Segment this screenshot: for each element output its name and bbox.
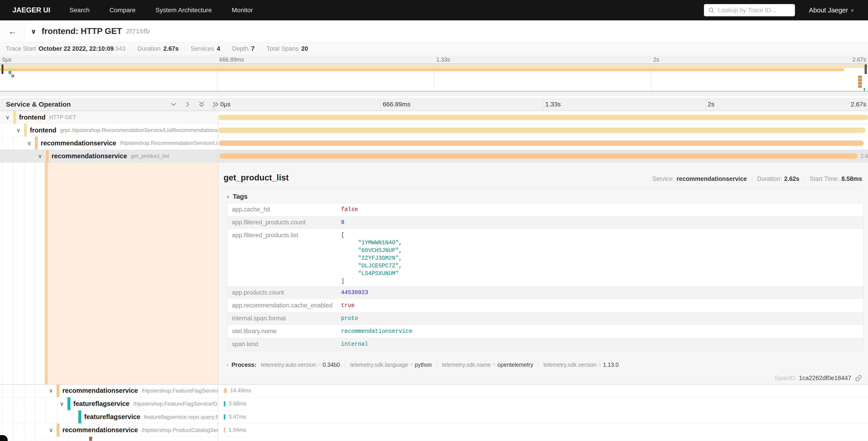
tag-value: false bbox=[341, 203, 358, 216]
expand-one-icon[interactable] bbox=[183, 100, 192, 109]
span-duration-bar[interactable] bbox=[224, 414, 225, 419]
tag-key: app.products.count bbox=[227, 286, 341, 299]
expand-chevron-icon[interactable]: ∨ bbox=[38, 150, 42, 162]
collapse-all-icon[interactable] bbox=[197, 100, 206, 109]
tag-key: internal.span.format bbox=[227, 312, 341, 325]
span-color-accent bbox=[13, 111, 16, 124]
span-id-row: SpanID: 1ca2262df0e18447 bbox=[775, 375, 862, 382]
span-name[interactable]: recommendationservice/hipstershop.Produc… bbox=[62, 423, 218, 437]
indent-guide bbox=[57, 437, 57, 441]
back-button[interactable]: ← bbox=[0, 20, 25, 42]
span-row-tree bbox=[0, 437, 218, 441]
trace-id-search-input[interactable] bbox=[717, 6, 791, 14]
equals-sign: = bbox=[318, 362, 321, 368]
indent-guide bbox=[35, 410, 35, 423]
span-duration-bar[interactable] bbox=[224, 428, 225, 433]
nav-item-compare[interactable]: Compare bbox=[110, 6, 135, 14]
list-bracket: [ bbox=[341, 231, 402, 239]
span-row[interactable]: ∨recommendationservice/hipstershop.Produ… bbox=[0, 423, 868, 437]
collapse-trace-chevron-icon[interactable]: ∨ bbox=[31, 20, 36, 42]
span-service-name: recommendationservice bbox=[62, 387, 138, 394]
span-row[interactable]: ∨recommendationserviceget_product_list2.… bbox=[0, 150, 868, 163]
expand-chevron-icon[interactable]: ∨ bbox=[16, 124, 20, 137]
span-duration-bar[interactable] bbox=[218, 115, 868, 120]
copy-link-icon[interactable] bbox=[855, 375, 862, 382]
service-operation-header: Service & Operation bbox=[6, 98, 71, 111]
span-row[interactable]: ∨frontendHTTP GET bbox=[0, 111, 868, 124]
tag-value: ["1YMWWN1N4O","66VCHSJNUP","2ZYFJ3GM2N",… bbox=[341, 229, 402, 286]
nav-item-search[interactable]: Search bbox=[69, 6, 90, 14]
span-name[interactable]: frontendgrpc.hipstershop.RecommendationS… bbox=[30, 124, 218, 137]
span-row[interactable]: ∨recommendationservice/hipstershop.Featu… bbox=[0, 384, 868, 397]
span-duration-bar[interactable] bbox=[220, 153, 857, 159]
span-detail-meta: Service:recommendationserviceDuration:2.… bbox=[652, 175, 862, 182]
tag-row[interactable]: app.recommendation.cache_enabledtrue bbox=[227, 299, 863, 312]
nav-item-system-architecture[interactable]: System Architecture bbox=[155, 6, 212, 14]
time-tick: 2.67s bbox=[851, 98, 866, 111]
span-name[interactable]: recommendationservice/hipstershop.Featur… bbox=[62, 384, 218, 397]
collapse-one-icon[interactable] bbox=[169, 100, 178, 109]
minimap-span-bar bbox=[858, 85, 862, 88]
span-name[interactable]: frontendHTTP GET bbox=[19, 111, 76, 124]
span-duration-bar[interactable] bbox=[219, 141, 864, 146]
tag-row[interactable]: app.filtered_products.count8 bbox=[227, 216, 863, 229]
indent-guide bbox=[24, 384, 24, 397]
expand-chevron-icon[interactable]: ∨ bbox=[49, 384, 53, 397]
detail-meta-label: Service: bbox=[652, 175, 675, 182]
detail-meta-value: 2.62s bbox=[784, 175, 800, 182]
brand-jaeger-ui[interactable]: JAEGER UI bbox=[12, 6, 50, 14]
span-service-name: recommendationservice bbox=[52, 152, 127, 160]
indent-guide bbox=[13, 150, 13, 162]
span-detail-highlight bbox=[48, 163, 218, 384]
span-duration-bar[interactable] bbox=[224, 388, 227, 393]
span-row-partial[interactable] bbox=[0, 437, 868, 441]
chevron-down-icon: ∨ bbox=[226, 194, 230, 200]
tags-section-label: Tags bbox=[233, 193, 248, 200]
time-tick: 1.33s bbox=[436, 56, 450, 63]
trace-id-search[interactable] bbox=[704, 4, 795, 16]
span-row[interactable]: ∨recommendationservice/hipstershop.Recom… bbox=[0, 137, 868, 150]
list-item-string: "OLJCESPC7Z" bbox=[358, 263, 399, 269]
time-tick: 1.33s bbox=[545, 98, 561, 111]
expand-chevron-icon[interactable]: ∨ bbox=[60, 397, 64, 410]
process-tag-key: telemetry.sdk.name bbox=[442, 361, 491, 368]
minimap-span-bar bbox=[0, 68, 844, 71]
nav-item-monitor[interactable]: Monitor bbox=[232, 6, 253, 14]
span-name[interactable]: recommendationservice/hipstershop.Recomm… bbox=[41, 137, 218, 149]
indent-guide bbox=[35, 437, 35, 441]
tag-row[interactable]: app.filtered_products.list["1YMWWN1N4O",… bbox=[227, 229, 863, 286]
about-jaeger-menu[interactable]: About Jaeger ∨ bbox=[809, 6, 854, 14]
expand-chevron-icon[interactable]: ∨ bbox=[27, 137, 31, 149]
span-duration-label: 3.68ms bbox=[228, 401, 246, 407]
tag-row[interactable]: internal.span.formatproto bbox=[227, 312, 863, 325]
span-duration-bar[interactable] bbox=[218, 128, 866, 133]
list-item-string: "LS4PSXUNUM" bbox=[358, 270, 399, 277]
span-duration-bar[interactable] bbox=[224, 401, 225, 406]
grid-header: Service & Operation || 0μs666.89ms1.33s2… bbox=[0, 98, 868, 111]
tag-row[interactable]: span.kindinternal bbox=[227, 338, 863, 351]
minimap-canvas[interactable] bbox=[0, 64, 868, 91]
span-name[interactable]: featureflagservice/hipstershop.FeatureFl… bbox=[73, 397, 218, 410]
span-row[interactable]: featureflagservicefeatureflagservice.rep… bbox=[0, 410, 868, 423]
span-row[interactable]: ∨frontendgrpc.hipstershop.Recommendation… bbox=[0, 124, 868, 137]
span-name[interactable]: featureflagservicefeatureflagservice.rep… bbox=[84, 410, 218, 423]
minimap-span-bar bbox=[2, 64, 3, 74]
tag-row[interactable]: app.cache_hitfalse bbox=[227, 203, 863, 216]
top-nav: JAEGER UI SearchCompareSystem Architectu… bbox=[0, 0, 868, 20]
expand-chevron-icon[interactable]: ∨ bbox=[5, 111, 9, 124]
tag-value: 44530923 bbox=[341, 286, 368, 299]
span-operation-name: /hipstershop.RecommendationService/Lis… bbox=[120, 140, 218, 146]
span-row-tree: ∨featureflagservice/hipstershop.FeatureF… bbox=[0, 397, 218, 410]
expand-chevron-icon[interactable]: ∨ bbox=[49, 423, 53, 437]
span-row[interactable]: ∨featureflagservice/hipstershop.FeatureF… bbox=[0, 397, 868, 410]
span-name[interactable]: recommendationserviceget_product_list bbox=[52, 150, 169, 162]
trace-summary-bar: Trace StartOctober 22 2022, 22:10:09.543… bbox=[0, 42, 868, 55]
span-duration-label: 1.04ms bbox=[228, 427, 246, 433]
column-resize-grip[interactable]: || bbox=[212, 105, 216, 110]
process-row[interactable]: › Process: telemetry.auto.version=0.34b0… bbox=[226, 361, 619, 369]
span-detail-indent bbox=[0, 163, 218, 384]
tag-row[interactable]: otel.library.namerecommendationservice bbox=[227, 325, 863, 338]
tags-section-toggle[interactable]: ∨ Tags bbox=[226, 193, 248, 200]
summary-label: Depth bbox=[232, 45, 248, 52]
tag-row[interactable]: app.products.count44530923 bbox=[227, 286, 863, 299]
